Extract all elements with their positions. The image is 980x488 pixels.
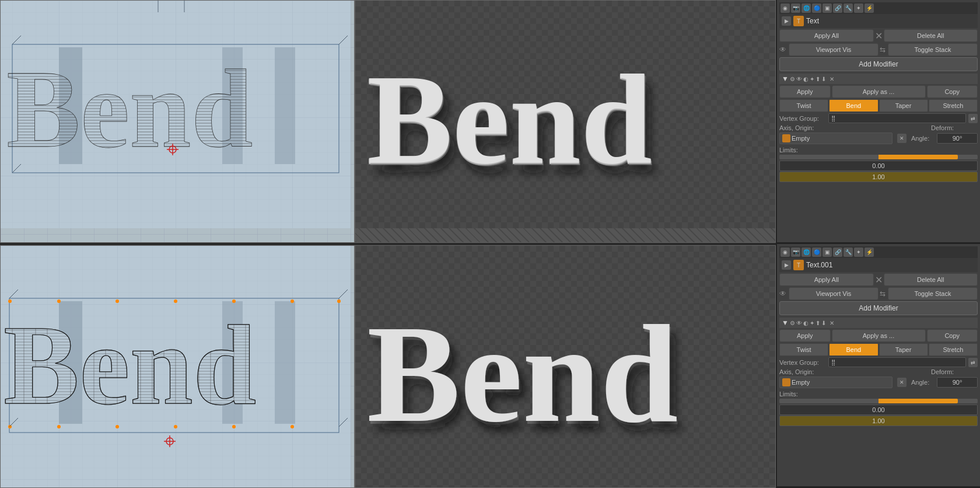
world-icon[interactable]: 🔵: [812, 4, 821, 13]
modifier-close-icon-bot[interactable]: ✕: [830, 320, 834, 326]
angle-input-top[interactable]: 90°: [937, 133, 978, 144]
limits-bar-fill-bottom: [878, 399, 958, 403]
svg-text:Bend: Bend: [4, 302, 257, 428]
empty-angle-row-bottom: Empty ✕ Angle: 90°: [779, 377, 978, 388]
viewport-vis-btn-bottom[interactable]: Viewport Vis: [789, 287, 878, 300]
collapse-icon-top[interactable]: ▼: [782, 75, 789, 83]
add-modifier-btn-top[interactable]: Add Modifier: [779, 57, 978, 71]
limit-min-top[interactable]: 0.00: [779, 161, 978, 171]
viewport-row-top: Bend Bend: [0, 0, 776, 243]
object-name-bar-top: ▶ T Text: [779, 14, 978, 28]
svg-text:Bend: Bend: [367, 296, 678, 451]
render-icon-2[interactable]: ◉: [780, 248, 790, 257]
viewport-bottom-right[interactable]: Bend Bend: [355, 245, 776, 488]
physics-icon-2[interactable]: ⚡: [864, 248, 874, 257]
modifier-item-icon-b6: ⬇: [821, 320, 826, 326]
limits-bar-bottom[interactable]: [779, 399, 978, 403]
constraint-icon-2[interactable]: 🔗: [833, 248, 842, 257]
tab-bend-top[interactable]: Bend: [829, 99, 878, 112]
modifier-item-icon6: ⬇: [821, 76, 826, 82]
wireframe-svg-bottom: Bend Bend: [1, 246, 351, 488]
object-icon[interactable]: ▣: [822, 4, 832, 13]
apply-row-bottom: Apply Apply as ... Copy: [779, 329, 978, 342]
properties-panel: ◉ 📷 🌐 🔵 ▣ 🔗 🔧 ✦ ⚡ ▶ T Text Apply All ✕ D…: [776, 0, 980, 488]
apply-row-top: Apply Apply as ... Copy: [779, 85, 978, 98]
apply-all-btn-top[interactable]: Apply All: [779, 29, 874, 42]
modifier-item-icon-b1: ⚙: [790, 320, 795, 326]
panel-icons-bar-top: ◉ 📷 🌐 🔵 ▣ 🔗 🔧 ✦ ⚡: [779, 2, 978, 14]
deform-label-top: Deform:: [931, 124, 978, 131]
empty-field-top[interactable]: Empty: [779, 133, 892, 144]
toggle-stack-btn-top[interactable]: Toggle Stack: [888, 43, 978, 56]
delete-all-btn-bottom[interactable]: Delete All: [884, 273, 978, 286]
angle-input-bot[interactable]: 90°: [937, 377, 978, 388]
svg-point-155: [174, 299, 177, 303]
angle-label-bot: Angle:: [911, 379, 935, 386]
particle-icon[interactable]: ✦: [854, 4, 863, 13]
transfer-icon-bot: ⇆: [880, 290, 886, 298]
svg-point-163: [232, 425, 236, 428]
modifier-item-icon2: 👁: [796, 76, 802, 82]
empty-swap-bot[interactable]: ✕: [897, 378, 907, 387]
physics-icon[interactable]: ⚡: [864, 4, 874, 13]
camera-icon-2[interactable]: 📷: [791, 248, 800, 257]
axis-deform-row-top: Axis, Origin: Deform:: [779, 124, 978, 131]
limit-min-bottom[interactable]: 0.00: [779, 405, 978, 415]
empty-text-bot: Empty: [792, 379, 810, 386]
world-icon-2[interactable]: 🔵: [812, 248, 821, 257]
add-modifier-btn-bottom[interactable]: Add Modifier: [779, 301, 978, 315]
tab-bend-bot[interactable]: Bend: [829, 343, 878, 356]
vertex-group-input-bot[interactable]: ⣿: [828, 357, 966, 367]
tab-taper-top[interactable]: Taper: [879, 99, 928, 112]
tab-stretch-top[interactable]: Stretch: [929, 99, 978, 112]
svg-rect-8: [275, 47, 295, 164]
apply-btn-top[interactable]: Apply: [779, 85, 831, 98]
toggle-stack-btn-bottom[interactable]: Toggle Stack: [888, 287, 978, 300]
modifier-item-icon-b4: ✦: [810, 320, 814, 326]
viewport-top-left[interactable]: Bend Bend: [0, 0, 355, 243]
tab-taper-bot[interactable]: Taper: [879, 343, 928, 356]
empty-angle-row-top: Empty ✕ Angle: 90°: [779, 133, 978, 144]
tab-twist-bot[interactable]: Twist: [779, 343, 828, 356]
limit-max-top[interactable]: 1.00: [779, 172, 978, 182]
scene-icon-2[interactable]: 🌐: [802, 248, 811, 257]
camera-icon[interactable]: 📷: [791, 4, 800, 13]
apply-btn-bottom[interactable]: Apply: [779, 329, 831, 342]
collapse-icon-bot[interactable]: ▼: [782, 319, 789, 327]
object-icon-2[interactable]: ▣: [822, 248, 832, 257]
svg-rect-79: [275, 301, 295, 424]
delete-all-btn-top[interactable]: Delete All: [884, 29, 978, 42]
apply-as-btn-top[interactable]: Apply as ...: [832, 85, 926, 98]
modifier-icon[interactable]: 🔧: [844, 4, 853, 13]
viewport-vis-btn-top[interactable]: Viewport Vis: [789, 43, 878, 56]
tab-twist-top[interactable]: Twist: [779, 99, 828, 112]
modifier-close-icon-top[interactable]: ✕: [830, 76, 834, 82]
modifier-item-icon1: ⚙: [790, 76, 795, 82]
svg-point-161: [116, 425, 119, 428]
vertex-group-swap-bot[interactable]: ⇄: [968, 358, 978, 367]
viewport-bottom-left[interactable]: Bend Bend: [0, 245, 355, 488]
vertex-group-swap-top[interactable]: ⇄: [968, 114, 978, 123]
apply-all-btn-bottom[interactable]: Apply All: [779, 273, 874, 286]
limits-bar-top[interactable]: [779, 155, 978, 159]
apply-as-btn-bottom[interactable]: Apply as ...: [832, 329, 926, 342]
vertex-group-input-top[interactable]: ⣿: [828, 113, 966, 123]
modifier-item-icon-b2: 👁: [796, 320, 802, 326]
modifier-icon-2[interactable]: 🔧: [844, 248, 853, 257]
copy-btn-bottom[interactable]: Copy: [927, 329, 978, 342]
render-icon[interactable]: ◉: [780, 4, 790, 13]
modifier-header-bottom: ▼ ⚙ 👁 ◐ ✦ ⬆ ⬇ ✕: [779, 318, 978, 328]
limits-label-top: Limits:: [779, 147, 826, 154]
particle-icon-2[interactable]: ✦: [854, 248, 863, 257]
limit-max-bottom[interactable]: 1.00: [779, 416, 978, 426]
tab-stretch-bot[interactable]: Stretch: [929, 343, 978, 356]
copy-btn-top[interactable]: Copy: [927, 85, 978, 98]
viewport-top-right[interactable]: Bend Bend Bend Bend: [355, 0, 776, 243]
constraint-icon[interactable]: 🔗: [833, 4, 842, 13]
empty-field-bot[interactable]: Empty: [779, 377, 892, 388]
empty-swap-top[interactable]: ✕: [897, 134, 907, 143]
modifier-item-icon3: ◐: [803, 76, 808, 82]
scene-icon[interactable]: 🌐: [802, 4, 811, 13]
limits-label-row-bottom: Limits:: [779, 391, 978, 398]
limits-label-row-top: Limits:: [779, 147, 978, 154]
